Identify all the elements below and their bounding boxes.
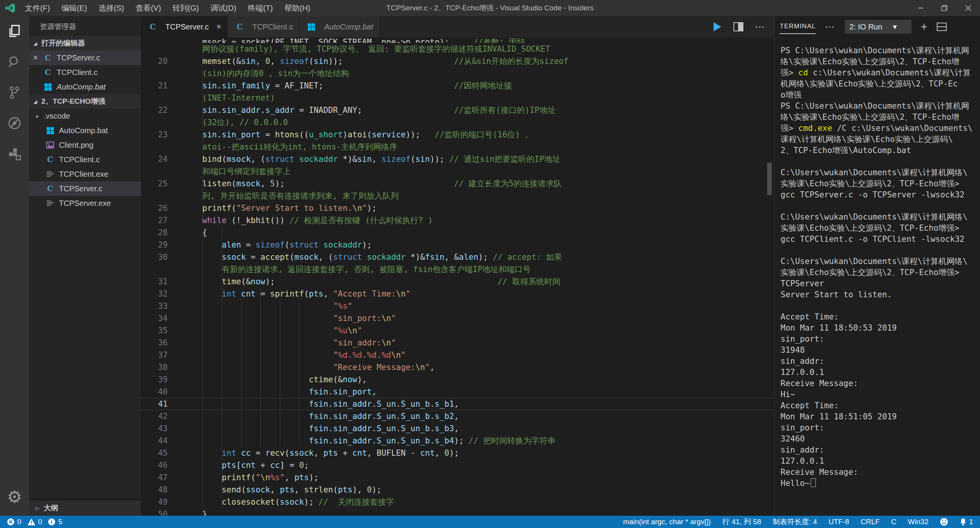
tab-autocomp.bat[interactable]: AutoComp.bat <box>300 16 380 37</box>
code-line[interactable]: 30 ssock = accept(msock, (struct sockadd… <box>141 251 774 263</box>
code-line[interactable]: 40 fsin.sin_port, <box>141 386 774 398</box>
search-icon[interactable] <box>0 47 29 77</box>
code-line[interactable]: 46 pts[cnt + cc] = 0; <box>141 459 774 471</box>
status-item[interactable]: UTF-8 <box>828 518 849 526</box>
status-item[interactable]: 行 41, 列 58 <box>722 517 761 527</box>
code-line[interactable]: 49 closesocket(ssock); // 关闭连接套接字 <box>141 496 774 508</box>
close-icon[interactable]: × <box>29 53 42 63</box>
panel-more-icon[interactable]: ⋯ <box>825 21 836 33</box>
problems-status[interactable]: 0 0 5 <box>7 518 65 526</box>
open-editor-tcpserver.c[interactable]: ×CTCPServer.c <box>29 51 141 65</box>
terminal-panel-tab[interactable]: TERMINAL <box>780 23 816 34</box>
status-item[interactable]: 制表符长度: 4 <box>773 517 817 527</box>
code-line[interactable]: 34 "sin_port:\n" <box>141 312 774 324</box>
code-line[interactable]: 44 fsin.sin_addr.S_un.S_un_b.s_b4); // 把… <box>141 435 774 447</box>
tree-item-tcpclient.exe[interactable]: TCPClient.exe <box>29 167 141 181</box>
split-editor-icon[interactable] <box>733 22 743 31</box>
menu-t[interactable]: 终端(T) <box>242 0 279 16</box>
tree-item-.vscode[interactable]: ▸.vscode <box>29 109 141 123</box>
code-line[interactable]: 26 printf("Server Start to listen.\n"); <box>141 202 774 214</box>
code-line[interactable]: (32位), // 0.0.0.0 <box>141 116 774 129</box>
code-line[interactable]: 42 fsin.sin_addr.S_un.S_un_b.s_b2, <box>141 410 774 422</box>
code-line[interactable]: 32 int cnt = sprintf(pts, "Accept Time:\… <box>141 288 774 300</box>
minimize-button[interactable] <box>909 0 933 16</box>
line-number: 27 <box>141 214 179 227</box>
status-item[interactable]: CRLF <box>861 518 880 526</box>
folder-section-header[interactable]: ◢ 2、TCP-ECHO增强 <box>29 94 141 109</box>
menu-v[interactable]: 查看(V) <box>130 0 167 16</box>
code-line[interactable]: 33 "%s" <box>141 300 774 312</box>
menu-f[interactable]: 文件(F) <box>19 0 56 16</box>
line-number: 23 <box>141 129 179 141</box>
code-line[interactable]: 35 "%u\n" <box>141 324 774 337</box>
code-line[interactable]: 和端口号绑定到套接字上 <box>141 165 774 178</box>
code-line[interactable]: 36 "sin_addr:\n" <box>141 337 774 349</box>
open-editor-tcpclient.c[interactable]: CTCPClient.c <box>29 65 141 80</box>
sidebar-title: 资源管理器 <box>29 16 141 36</box>
menu-s[interactable]: 选择(S) <box>93 0 130 16</box>
explorer-icon[interactable] <box>0 16 29 47</box>
code-line[interactable]: (INET-Internet) <box>141 92 774 104</box>
code-line[interactable]: 28 { <box>141 227 774 239</box>
open-editors-header[interactable]: ◢ 打开的编辑器 <box>29 36 141 51</box>
code-line[interactable]: 50 } <box>141 508 774 516</box>
code-editor[interactable]: msock = socket(PF_INET, SOCK_STREAM, ppe… <box>141 37 774 516</box>
code-line[interactable]: 39 ctime(&now), <box>141 373 774 386</box>
debug-icon[interactable] <box>0 108 29 139</box>
terminal-line: C:\Users\wukan\Documents\课程\计算机网络\ <box>781 256 978 267</box>
tree-item-tcpserver.exe[interactable]: TCPServer.exe <box>29 196 141 210</box>
code-line[interactable]: 网协议簇(family), 字节流, TCP协议号。 返回: 要监听套接字的描述… <box>141 43 774 55</box>
editor-scrollbar[interactable] <box>767 163 772 195</box>
split-terminal-icon[interactable] <box>937 23 947 31</box>
tab-tcpclient.c[interactable]: CTCPClient.c <box>228 16 300 37</box>
tree-item-tcpclient.c[interactable]: CTCPClient.c <box>29 152 141 167</box>
code-line[interactable]: 43 fsin.sin_addr.S_un.S_un_b.s_b3, <box>141 422 774 435</box>
status-item[interactable]: main(int argc, char * argv[]) <box>623 518 711 526</box>
code-line[interactable]: 27 while (!_kbhit()) // 检测是否有按键 (什么时候执行?… <box>141 214 774 227</box>
run-button[interactable] <box>713 22 722 32</box>
settings-gear-icon[interactable]: ⚙ <box>0 481 29 512</box>
extensions-icon[interactable] <box>0 139 29 169</box>
code-line[interactable]: 24 bind(msock, (struct sockaddr *)&sin, … <box>141 153 774 165</box>
code-line[interactable]: atoi--把ascii转化为int, htons-主机序到网络序 <box>141 141 774 153</box>
tree-item-autocomp.bat[interactable]: AutoComp.bat <box>29 123 141 138</box>
code-line[interactable]: 20 memset(&sin, 0, sizeof(sin)); //从&sin… <box>141 55 774 67</box>
tree-item-client.png[interactable]: Client.png <box>29 138 141 152</box>
code-line[interactable]: 47 printf("\n%s", pts); <box>141 471 774 484</box>
close-button[interactable] <box>956 0 980 16</box>
tab-tcpserver.c[interactable]: CTCPServer.c× <box>141 16 228 37</box>
code-line[interactable]: 38 "Receive Message:\n", <box>141 361 774 373</box>
code-line[interactable]: 45 int cc = recv(ssock, pts + cnt, BUFLE… <box>141 447 774 459</box>
source-control-icon[interactable] <box>0 77 29 108</box>
notifications-bell[interactable]: 1 <box>960 518 973 526</box>
code-line[interactable]: 48 send(ssock, pts, strlen(pts), 0); <box>141 484 774 496</box>
outline-section-header[interactable]: ▷ 大纲 <box>29 500 141 516</box>
code-line[interactable]: 有新的连接请求, 返回连接套接字, 否则, 被阻塞, fsin包含客户端IP地址… <box>141 263 774 275</box>
terminal-selector-dropdown[interactable]: 2: IO Run ▼ <box>845 20 911 34</box>
close-icon[interactable]: × <box>216 22 221 32</box>
code-line[interactable]: (sin)的内存清0 , sin为一个地址结构 <box>141 67 774 80</box>
code-line[interactable]: 22 sin.sin_addr.s_addr = INADDR_ANY; //监… <box>141 104 774 116</box>
status-item[interactable]: Win32 <box>908 518 929 526</box>
status-item[interactable]: C <box>891 518 897 526</box>
terminal-output[interactable]: PS C:\Users\wukan\Documents\课程\计算机网络\实验课… <box>781 45 978 516</box>
tree-item-tcpserver.c[interactable]: CTCPServer.c <box>29 181 141 196</box>
code-line[interactable]: 37 "%d.%d.%d.%d\n" <box>141 349 774 361</box>
restore-button[interactable] <box>933 0 956 16</box>
code-line[interactable]: 25 listen(msock, 5); // 建立长度为5的连接请求队 <box>141 178 774 190</box>
code-line[interactable]: 31 time(&now); // 取得系统时间 <box>141 275 774 288</box>
menu-d[interactable]: 调试(D) <box>204 0 242 16</box>
open-editor-autocomp.bat[interactable]: AutoComp.bat <box>29 80 141 94</box>
current-code-line[interactable]: 41 fsin.sin_addr.S_un.S_un_b.s_b1, <box>141 398 774 410</box>
more-actions-icon[interactable]: ⋯ <box>755 21 766 33</box>
code-line[interactable]: 23 sin.sin_port = htons((u_short)atoi(se… <box>141 129 774 141</box>
menu-e[interactable]: 编辑(E) <box>56 0 93 16</box>
new-terminal-icon[interactable]: + <box>921 21 928 33</box>
feedback-smiley-icon[interactable] <box>940 518 948 526</box>
code-line[interactable]: 列, 并开始监听是否有连接请求到来, 来了则放入队列 <box>141 190 774 202</box>
menu-g[interactable]: 转到(G) <box>167 0 205 16</box>
code-line[interactable]: msock = socket(PF_INET, SOCK_STREAM, ppe… <box>141 37 774 43</box>
code-line[interactable]: 21 sin.sin_family = AF_INET; //因特网地址簇 <box>141 80 774 92</box>
menu-h[interactable]: 帮助(H) <box>279 0 316 16</box>
code-line[interactable]: 29 alen = sizeof(struct sockaddr); <box>141 239 774 251</box>
